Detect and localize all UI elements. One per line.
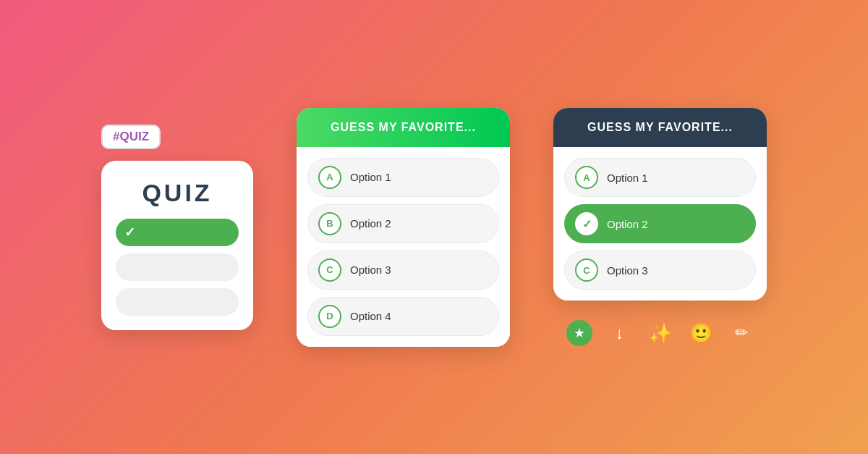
quiz-bar-2 [116, 288, 239, 316]
card2-header: GUESS MY FAVORITE... [297, 108, 510, 147]
card1-quiz: #QUIZ QUIZ ✓ [101, 125, 253, 330]
card3-option-row-a[interactable]: A Option 1 [564, 158, 756, 197]
pencil-icon[interactable]: ✏ [728, 320, 754, 346]
card3-option-text-a: Option 1 [607, 172, 648, 184]
card3-container: GUESS MY FAVORITE... A Option 1 ✓ Option… [553, 108, 767, 346]
card2-options: GUESS MY FAVORITE... A Option 1 B Option… [297, 108, 510, 347]
option-text-b: Option 2 [350, 217, 391, 230]
star-button[interactable]: ★ [566, 320, 592, 346]
card3-option-letter-c: C [575, 258, 598, 282]
quiz-bar-selected: ✓ [116, 219, 239, 246]
card3-header: GUESS MY FAVORITE... [553, 108, 767, 147]
option-letter-d: D [318, 305, 341, 328]
card3-option-row-b[interactable]: ✓ Option 2 [564, 204, 756, 243]
option-letter-b: B [318, 212, 341, 235]
option-text-d: Option 4 [350, 310, 391, 322]
card3-option-letter-b: ✓ [575, 212, 598, 235]
face-icon[interactable]: 🙂 [688, 320, 714, 346]
card3-option-row-c[interactable]: C Option 3 [564, 251, 756, 290]
card3-option-text-b: Option 2 [607, 218, 648, 230]
option-letter-a: A [318, 166, 341, 189]
card2-options-list: A Option 1 B Option 2 C Option 3 D Optio… [297, 147, 510, 347]
option-letter-c: C [318, 258, 341, 282]
check-icon-b: ✓ [582, 217, 592, 231]
option-row-a[interactable]: A Option 1 [307, 158, 499, 197]
option-row-c[interactable]: C Option 3 [307, 251, 499, 290]
option-row-d[interactable]: D Option 4 [307, 297, 499, 336]
toolbar: ★ ↓ ✨ 🙂 ✏ [563, 320, 758, 346]
option-row-b[interactable]: B Option 2 [307, 204, 499, 243]
card3-header-title: GUESS MY FAVORITE... [587, 121, 733, 133]
sparkle-face-icon[interactable]: ✨ [647, 320, 673, 346]
card3-option-text-c: Option 3 [607, 264, 648, 277]
card3-option-letter-a: A [575, 166, 598, 189]
download-icon[interactable]: ↓ [607, 320, 633, 346]
quiz-title: QUIZ [142, 179, 212, 207]
option-text-a: Option 1 [350, 171, 391, 183]
card2-header-title: GUESS MY FAVORITE... [331, 121, 476, 133]
quiz-card: QUIZ ✓ [101, 161, 253, 330]
card3-options-list: A Option 1 ✓ Option 2 C Option 3 [553, 147, 767, 300]
check-mark: ✓ [124, 224, 135, 240]
hashtag-badge: #QUIZ [101, 125, 161, 149]
card3-options: GUESS MY FAVORITE... A Option 1 ✓ Option… [553, 108, 767, 300]
quiz-bar-1 [116, 253, 239, 281]
option-text-c: Option 3 [350, 264, 391, 276]
